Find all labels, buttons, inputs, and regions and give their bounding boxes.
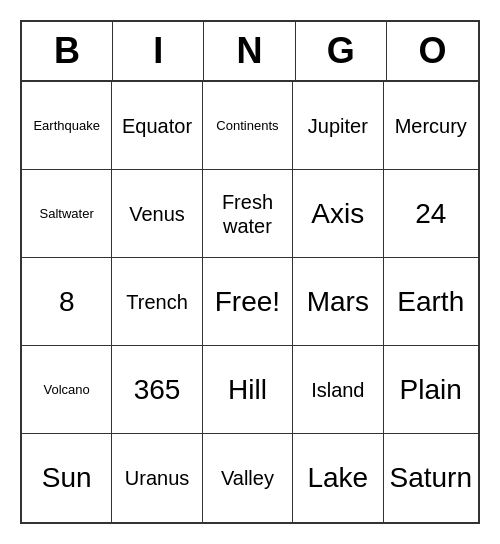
bingo-cell-text-10: 8 bbox=[59, 285, 75, 319]
bingo-cell-text-14: Earth bbox=[397, 285, 464, 319]
bingo-cell-text-21: Uranus bbox=[125, 466, 189, 490]
bingo-cell-text-18: Island bbox=[311, 378, 364, 402]
bingo-cell-10: 8 bbox=[22, 258, 112, 346]
bingo-cell-6: Venus bbox=[112, 170, 202, 258]
bingo-cell-text-11: Trench bbox=[126, 290, 188, 314]
bingo-cell-text-7: Fresh water bbox=[209, 190, 286, 238]
bingo-cell-12: Free! bbox=[203, 258, 293, 346]
header-letter-G: G bbox=[296, 22, 387, 80]
bingo-cell-24: Saturn bbox=[384, 434, 479, 522]
bingo-cell-text-20: Sun bbox=[42, 461, 92, 495]
header-letter-O: O bbox=[387, 22, 478, 80]
bingo-cell-text-23: Lake bbox=[307, 461, 368, 495]
bingo-cell-11: Trench bbox=[112, 258, 202, 346]
bingo-cell-1: Equator bbox=[112, 82, 202, 170]
bingo-cell-19: Plain bbox=[384, 346, 479, 434]
bingo-cell-text-12: Free! bbox=[215, 285, 280, 319]
bingo-cell-15: Volcano bbox=[22, 346, 112, 434]
bingo-cell-4: Mercury bbox=[384, 82, 479, 170]
header-letter-N: N bbox=[204, 22, 295, 80]
bingo-cell-22: Valley bbox=[203, 434, 293, 522]
bingo-cell-20: Sun bbox=[22, 434, 112, 522]
bingo-cell-text-9: 24 bbox=[415, 197, 446, 231]
bingo-cell-text-13: Mars bbox=[307, 285, 369, 319]
bingo-cell-21: Uranus bbox=[112, 434, 202, 522]
bingo-cell-13: Mars bbox=[293, 258, 383, 346]
bingo-header: BINGO bbox=[22, 22, 478, 82]
bingo-cell-17: Hill bbox=[203, 346, 293, 434]
header-letter-I: I bbox=[113, 22, 204, 80]
bingo-cell-text-22: Valley bbox=[221, 466, 274, 490]
bingo-cell-text-16: 365 bbox=[134, 373, 181, 407]
bingo-cell-text-1: Equator bbox=[122, 114, 192, 138]
bingo-cell-8: Axis bbox=[293, 170, 383, 258]
bingo-cell-text-2: Continents bbox=[216, 118, 278, 134]
bingo-cell-text-6: Venus bbox=[129, 202, 185, 226]
bingo-cell-text-3: Jupiter bbox=[308, 114, 368, 138]
bingo-cell-14: Earth bbox=[384, 258, 479, 346]
bingo-cell-18: Island bbox=[293, 346, 383, 434]
bingo-cell-0: Earthquake bbox=[22, 82, 112, 170]
bingo-cell-text-0: Earthquake bbox=[33, 118, 100, 134]
bingo-cell-7: Fresh water bbox=[203, 170, 293, 258]
bingo-cell-text-4: Mercury bbox=[395, 114, 467, 138]
bingo-cell-16: 365 bbox=[112, 346, 202, 434]
bingo-cell-text-15: Volcano bbox=[44, 382, 90, 398]
bingo-cell-text-5: Saltwater bbox=[40, 206, 94, 222]
bingo-cell-2: Continents bbox=[203, 82, 293, 170]
bingo-card: BINGO EarthquakeEquatorContinentsJupiter… bbox=[20, 20, 480, 524]
bingo-cell-3: Jupiter bbox=[293, 82, 383, 170]
bingo-grid: EarthquakeEquatorContinentsJupiterMercur… bbox=[22, 82, 478, 522]
bingo-cell-9: 24 bbox=[384, 170, 479, 258]
bingo-cell-text-17: Hill bbox=[228, 373, 267, 407]
bingo-cell-text-8: Axis bbox=[311, 197, 364, 231]
bingo-cell-5: Saltwater bbox=[22, 170, 112, 258]
header-letter-B: B bbox=[22, 22, 113, 80]
bingo-cell-text-19: Plain bbox=[400, 373, 462, 407]
bingo-cell-23: Lake bbox=[293, 434, 383, 522]
bingo-cell-text-24: Saturn bbox=[390, 461, 473, 495]
